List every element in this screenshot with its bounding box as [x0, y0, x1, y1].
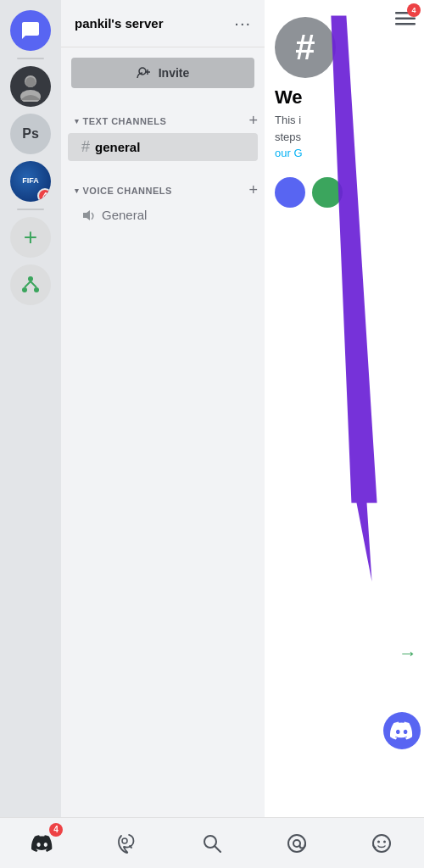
svg-point-4	[25, 77, 36, 87]
svg-marker-14	[83, 210, 90, 220]
channel-item-general[interactable]: # general	[68, 133, 258, 161]
add-icon: +	[24, 224, 37, 251]
channel-name-voice-general: General	[102, 208, 147, 222]
nav-mention[interactable]	[276, 823, 317, 864]
channel-icon: #	[275, 17, 336, 78]
svg-rect-16	[395, 18, 416, 20]
svg-point-25	[373, 835, 390, 852]
avatar-1	[275, 177, 305, 208]
welcome-title: We	[275, 86, 414, 108]
svg-line-8	[25, 281, 31, 287]
discord-nav-badge: 4	[49, 823, 63, 837]
hash-icon: #	[81, 138, 90, 156]
browse-servers-button[interactable]	[10, 264, 51, 305]
svg-point-27	[383, 840, 386, 843]
text-channels-category: ▾ TEXT CHANNELS +	[61, 98, 265, 133]
svg-rect-17	[395, 23, 416, 25]
voice-channels-label[interactable]: ▾ VOICE CHANNELS	[75, 186, 172, 196]
avatar-row	[265, 170, 424, 214]
nav-friends[interactable]	[107, 823, 148, 864]
fifa-badge: 4	[37, 188, 51, 202]
notification-area: 4	[393, 7, 417, 34]
channel-list: pankil's server ··· Invite ▾ TEXT CHANNE…	[61, 0, 265, 817]
discord-bot-avatar	[383, 712, 421, 749]
nav-discord[interactable]: 4	[22, 823, 63, 864]
chevron-down-icon: ▾	[75, 117, 80, 125]
svg-line-22	[215, 846, 220, 852]
server-header: pankil's server ···	[61, 0, 265, 47]
channel-hash-symbol: #	[295, 27, 315, 68]
add-voice-channel-button[interactable]: +	[248, 181, 258, 199]
svg-point-20	[122, 838, 127, 843]
server-initials: Ps	[22, 126, 39, 142]
svg-point-5	[28, 276, 33, 281]
welcome-link[interactable]: our G	[275, 147, 303, 159]
nav-profile[interactable]	[361, 823, 402, 864]
speaker-icon	[81, 209, 97, 222]
text-channels-label[interactable]: ▾ TEXT CHANNELS	[75, 116, 166, 126]
invite-button[interactable]: Invite	[71, 58, 254, 88]
fifa-label: FIFA	[22, 177, 39, 186]
channel-name-general: general	[95, 140, 140, 154]
svg-point-23	[288, 835, 305, 852]
add-text-channel-button[interactable]: +	[248, 112, 258, 130]
invite-label: Invite	[159, 66, 190, 80]
server-divider-2	[17, 209, 44, 210]
svg-point-26	[377, 840, 380, 843]
server-list: Ps FIFA 4 +	[0, 0, 61, 817]
svg-line-9	[31, 281, 36, 287]
arrow-button[interactable]: →	[399, 643, 417, 665]
welcome-section: We This i steps our G	[265, 78, 424, 170]
server-icon-ps[interactable]: Ps	[10, 114, 51, 154]
add-server-button[interactable]: +	[10, 217, 51, 258]
chevron-down-icon-2: ▾	[75, 186, 80, 195]
avatar-2	[312, 177, 343, 208]
main-content: 4 # We This i steps our G →	[265, 0, 424, 817]
server-divider	[17, 58, 44, 59]
dm-button[interactable]	[10, 10, 51, 51]
channel-item-general-voice[interactable]: General	[68, 203, 258, 227]
bottom-nav: 4	[0, 817, 424, 868]
server-icon-person[interactable]	[10, 66, 51, 107]
server-name: pankil's server	[75, 16, 163, 31]
svg-point-7	[34, 287, 39, 292]
nav-search[interactable]	[192, 823, 232, 864]
server-icon-fifa[interactable]: FIFA 4	[10, 161, 51, 202]
more-options-button[interactable]: ···	[234, 14, 251, 33]
notification-badge: 4	[407, 3, 421, 17]
svg-point-6	[22, 287, 27, 292]
voice-channels-category: ▾ VOICE CHANNELS +	[61, 168, 265, 203]
welcome-description: This i steps our G	[275, 112, 414, 162]
